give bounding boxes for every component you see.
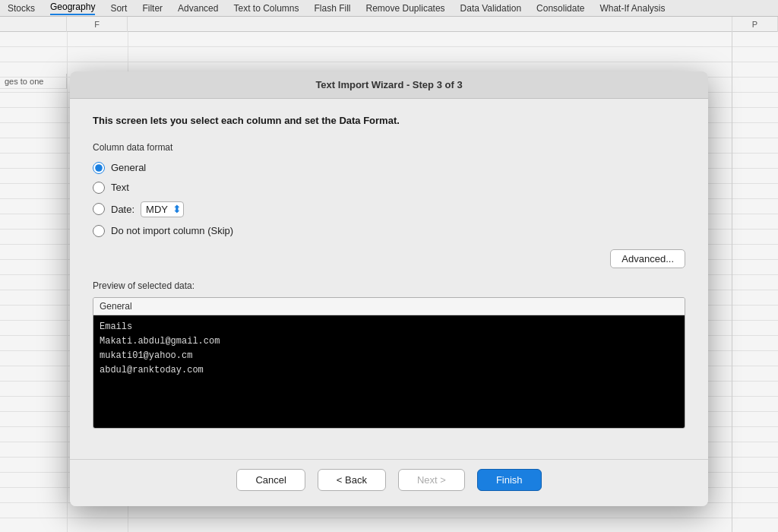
radio-text-label: Text	[111, 182, 129, 193]
date-format-container: MDY DMY YMD ⬍	[141, 201, 184, 217]
radio-skip[interactable]: Do not import column (Skip)	[93, 225, 685, 237]
preview-data: Emails Makati.abdul@gmail.com mukati01@y…	[93, 315, 685, 428]
text-import-wizard-dialog: Text Import Wizard - Step 3 of 3 This sc…	[70, 71, 708, 505]
radio-skip-label: Do not import column (Skip)	[111, 225, 233, 236]
cancel-button[interactable]: Cancel	[236, 469, 305, 491]
preview-header: General	[93, 298, 685, 315]
finish-button[interactable]: Finish	[477, 469, 542, 491]
radio-general-label: General	[111, 162, 146, 173]
radio-text[interactable]: Text	[93, 182, 685, 194]
column-format-radio-group: General Text Date: MDY DMY YMD	[93, 162, 685, 237]
advanced-button[interactable]: Advanced...	[610, 249, 685, 268]
preview-label: Preview of selected data:	[93, 280, 685, 291]
dialog-title: Text Import Wizard - Step 3 of 3	[315, 79, 462, 90]
column-format-label: Column data format	[93, 142, 685, 153]
advanced-btn-row: Advanced...	[93, 249, 685, 268]
radio-general-input[interactable]	[93, 162, 105, 174]
preview-line-1: Makati.abdul@gmail.com	[100, 334, 678, 349]
back-button[interactable]: < Back	[318, 469, 386, 491]
date-format-select[interactable]: MDY DMY YMD	[141, 201, 184, 217]
radio-text-input[interactable]	[93, 182, 105, 194]
radio-skip-input[interactable]	[93, 225, 105, 237]
preview-line-0: Emails	[100, 320, 678, 334]
dialog-footer: Cancel < Back Next > Finish	[70, 459, 708, 506]
radio-date[interactable]: Date: MDY DMY YMD ⬍	[93, 201, 685, 217]
radio-date-label: Date:	[111, 204, 134, 215]
dialog-titlebar: Text Import Wizard - Step 3 of 3	[70, 71, 708, 99]
radio-date-input[interactable]	[93, 203, 105, 215]
preview-area: General Emails Makati.abdul@gmail.com mu…	[93, 297, 685, 429]
next-button: Next >	[398, 469, 465, 491]
preview-line-3: abdul@ranktoday.com	[100, 363, 678, 378]
dialog-body: This screen lets you select each column …	[70, 99, 708, 458]
dialog-overlay: Text Import Wizard - Step 3 of 3 This sc…	[0, 0, 778, 532]
radio-general[interactable]: General	[93, 162, 685, 174]
preview-line-2: mukati01@yahoo.cm	[100, 349, 678, 363]
dialog-description: This screen lets you select each column …	[93, 114, 685, 128]
